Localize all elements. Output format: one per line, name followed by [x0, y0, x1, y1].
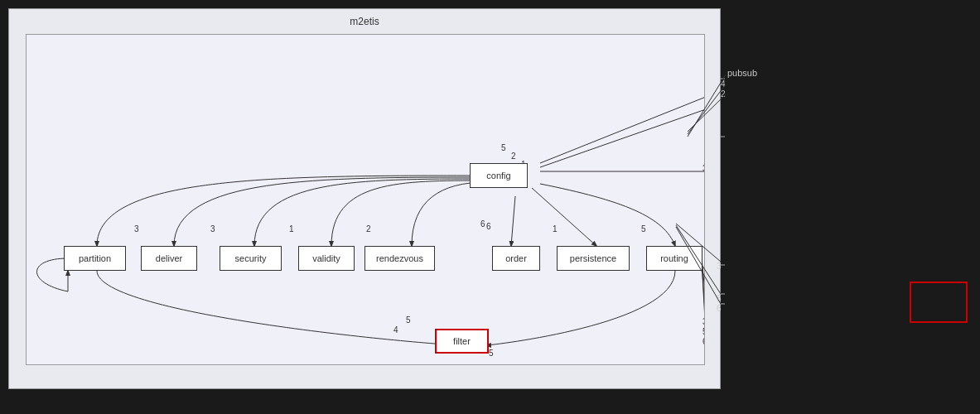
right-number-2: 2	[721, 89, 726, 99]
node-rendezvous: rendezvous	[364, 246, 435, 271]
svg-text:6: 6	[486, 222, 491, 231]
node-partition: partition	[64, 246, 126, 271]
svg-text:3: 3	[702, 317, 704, 326]
svg-text:1: 1	[553, 224, 558, 233]
node-deliver: deliver	[141, 246, 197, 271]
node-order: order	[492, 246, 540, 271]
right-red-box	[910, 282, 968, 323]
svg-text:6: 6	[702, 337, 704, 346]
svg-text:2: 2	[366, 224, 371, 233]
svg-text:3: 3	[134, 224, 139, 233]
svg-line-5	[540, 97, 704, 163]
pubsub-label: pubsub	[727, 68, 757, 78]
right-number-3a: 3	[717, 262, 722, 271]
arrows-svg: 6	[27, 35, 704, 364]
svg-text:4: 4	[393, 325, 398, 335]
node-persistence: persistence	[557, 246, 630, 271]
svg-line-2	[532, 188, 596, 246]
svg-line-0	[511, 196, 515, 246]
right-number-5a: 5	[717, 294, 722, 303]
svg-text:5: 5	[641, 224, 646, 233]
svg-text:5: 5	[702, 327, 704, 336]
node-routing: routing	[646, 246, 702, 271]
node-config: config	[470, 163, 528, 188]
svg-line-24	[702, 262, 704, 335]
svg-line-4	[540, 109, 704, 167]
node-security: security	[220, 246, 282, 271]
svg-text:6: 6	[480, 219, 485, 229]
svg-text:2: 2	[511, 152, 516, 161]
right-number-6a: 6	[717, 304, 722, 313]
node-validity: validity	[298, 246, 355, 271]
diagram-title: m2etis	[9, 16, 720, 27]
main-container: m2etis 6	[0, 0, 980, 414]
svg-text:5: 5	[406, 315, 411, 325]
svg-text:1: 1	[289, 224, 294, 233]
svg-text:5: 5	[489, 349, 494, 358]
svg-text:3: 3	[702, 164, 704, 173]
inner-box: 6	[26, 34, 705, 365]
svg-text:5: 5	[501, 143, 506, 152]
right-number-4: 4	[721, 79, 726, 89]
diagram-area: m2etis 6	[8, 8, 721, 389]
svg-text:3: 3	[210, 224, 215, 233]
node-filter: filter	[435, 329, 489, 354]
